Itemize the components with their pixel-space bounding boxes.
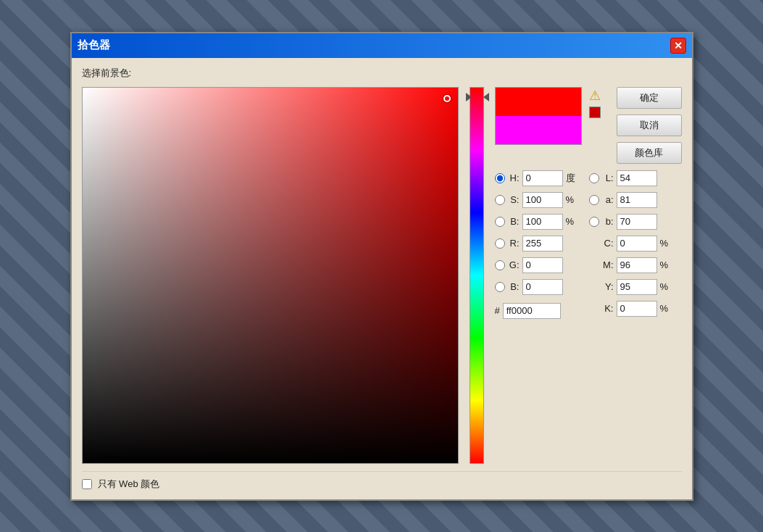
a-input[interactable] — [617, 192, 657, 208]
b2-input[interactable] — [522, 279, 563, 295]
k-input[interactable] — [617, 301, 657, 317]
cancel-button[interactable]: 取消 — [617, 115, 682, 136]
main-content: ⚠ 确定 取消 颜色库 — [82, 87, 682, 464]
h-label: H: — [508, 173, 520, 183]
r-input[interactable] — [522, 236, 563, 252]
y-input[interactable] — [617, 279, 657, 295]
hash-row: # — [495, 303, 579, 319]
fields-section: H: 度 S: % — [495, 170, 682, 319]
l-field-row: L: — [589, 170, 673, 187]
dialog-body: 选择前景色: — [72, 58, 692, 499]
color-preview-box — [495, 87, 582, 145]
lab-col: L: a: b: — [589, 170, 673, 319]
h-input[interactable] — [522, 170, 563, 186]
ok-button[interactable]: 确定 — [617, 87, 682, 109]
b3-input[interactable] — [617, 214, 657, 230]
s-input[interactable] — [522, 192, 563, 208]
b-field-row: B: % — [495, 213, 579, 230]
right-panel: ⚠ 确定 取消 颜色库 — [495, 87, 682, 319]
g-radio[interactable] — [495, 260, 505, 270]
hue-slider[interactable] — [470, 87, 484, 464]
b-label: B: — [508, 216, 520, 227]
color-preview-bottom — [496, 116, 581, 144]
b3-label: b: — [602, 216, 614, 227]
web-colors-label: 只有 Web 颜色 — [98, 478, 160, 491]
c-field-row: C: % — [589, 235, 673, 252]
b-input[interactable] — [522, 214, 563, 230]
warning-icons: ⚠ — [586, 87, 604, 118]
c-input[interactable] — [617, 236, 657, 252]
y-unit: % — [660, 281, 673, 292]
k-unit: % — [660, 303, 673, 314]
k-label: K: — [602, 303, 614, 314]
l-radio[interactable] — [589, 173, 599, 183]
b2-radio[interactable] — [495, 282, 505, 292]
hue-indicator-right — [483, 93, 489, 101]
gradient-cursor — [443, 95, 451, 102]
close-button[interactable]: ✕ — [670, 38, 686, 54]
b-unit: % — [566, 216, 579, 227]
hue-indicator-left — [466, 93, 472, 101]
hash-input[interactable] — [503, 303, 561, 319]
r-label: R: — [508, 238, 520, 249]
c-label: C: — [602, 238, 614, 249]
l-input[interactable] — [617, 170, 657, 186]
s-field-row: S: % — [495, 191, 579, 209]
color-gradient-picker[interactable] — [82, 87, 459, 464]
b3-field-row: b: — [589, 213, 673, 230]
g-label: G: — [508, 259, 520, 270]
h-unit: 度 — [566, 172, 579, 185]
y-field-row: Y: % — [589, 278, 673, 296]
web-colors-checkbox[interactable] — [82, 479, 92, 489]
color-picker-dialog: 拾色器 ✕ 选择前景色: — [70, 32, 693, 501]
hue-slider-container — [466, 87, 488, 464]
h-radio[interactable] — [495, 173, 505, 183]
warning-triangle-icon[interactable]: ⚠ — [586, 87, 604, 104]
c-unit: % — [660, 238, 673, 249]
bottom-row: 只有 Web 颜色 — [82, 471, 682, 491]
l-label: L: — [602, 173, 614, 183]
r-field-row: R: — [495, 235, 579, 252]
m-input[interactable] — [617, 257, 657, 273]
s-unit: % — [566, 194, 579, 205]
b-radio[interactable] — [495, 217, 505, 227]
r-radio[interactable] — [495, 238, 505, 249]
color-preview-top — [496, 88, 581, 116]
dialog-title: 拾色器 — [78, 38, 110, 52]
b2-field-row: B: — [495, 278, 579, 296]
b2-label: B: — [508, 281, 520, 292]
s-radio[interactable] — [495, 195, 505, 205]
title-bar: 拾色器 ✕ — [72, 33, 692, 58]
g-field-row: G: — [495, 257, 579, 274]
a-field-row: a: — [589, 191, 673, 209]
b3-radio[interactable] — [589, 217, 599, 227]
warning-color-swatch[interactable] — [589, 107, 601, 118]
m-unit: % — [660, 259, 673, 270]
color-library-button[interactable]: 颜色库 — [617, 142, 682, 164]
button-group: 确定 取消 颜色库 — [617, 87, 682, 164]
k-field-row: K: % — [589, 300, 673, 317]
g-input[interactable] — [522, 257, 563, 273]
hsb-rgb-col: H: 度 S: % — [495, 170, 579, 319]
a-label: a: — [602, 194, 614, 205]
hash-symbol: # — [495, 305, 500, 316]
top-label: 选择前景色: — [82, 67, 682, 80]
s-label: S: — [508, 194, 520, 205]
m-label: M: — [602, 259, 614, 270]
h-field-row: H: 度 — [495, 170, 579, 187]
a-radio[interactable] — [589, 195, 599, 205]
y-label: Y: — [602, 281, 614, 292]
m-field-row: M: % — [589, 257, 673, 274]
